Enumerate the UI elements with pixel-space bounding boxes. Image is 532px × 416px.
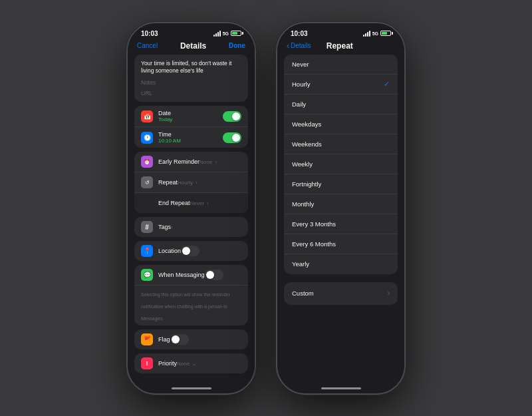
location-row[interactable]: 📍 Location	[134, 241, 248, 261]
messaging-section: 💬 When Messaging Selecting this option w…	[134, 265, 248, 325]
flag-row[interactable]: 🚩 Flag	[134, 329, 248, 349]
repeat-scroll-area: Never Hourly ✓ Daily Weekdays Weekends W…	[277, 55, 404, 305]
priority-icon: !	[141, 357, 153, 369]
tags-section: # Tags ›	[134, 217, 248, 237]
time-sublabel: 10:10 AM	[158, 138, 223, 144]
repeat-option-daily[interactable]: Daily	[284, 95, 398, 114]
repeat-label: Repeat	[158, 179, 178, 186]
date-toggle[interactable]	[223, 111, 241, 122]
battery-icon	[231, 31, 241, 36]
time-toggle[interactable]	[223, 132, 241, 143]
tags-icon: #	[141, 221, 153, 233]
flag-toggle[interactable]	[170, 334, 189, 345]
battery-icon-right	[380, 31, 391, 36]
early-reminder-row[interactable]: ⏰ Early Reminder None ›	[134, 152, 248, 172]
repeat-option-weekly[interactable]: Weekly	[284, 154, 398, 174]
date-sublabel: Today	[158, 116, 223, 122]
network-label-right: 5G	[372, 31, 378, 36]
left-phone: 10:03 5G Cancel Details Done	[126, 22, 256, 395]
repeat-option-weekends[interactable]: Weekends	[284, 134, 398, 154]
flag-icon: 🚩	[141, 333, 153, 345]
hourly-check-icon: ✓	[384, 80, 390, 89]
repeat-option-every6months[interactable]: Every 6 Months	[284, 234, 398, 254]
custom-label: Custom	[292, 290, 388, 297]
date-label: Date	[158, 110, 223, 116]
early-reminder-chevron: ›	[215, 159, 217, 165]
note-section: Your time is limited, so don't waste it …	[134, 55, 248, 103]
repeat-option-never[interactable]: Never	[284, 55, 398, 75]
date-time-section: 📅 Date Today 🕐 Time 10:10 AM	[134, 106, 248, 148]
back-chevron-icon: ‹	[287, 41, 289, 51]
status-time-left: 10:03	[141, 30, 158, 37]
location-label: Location	[158, 248, 181, 254]
repeat-row[interactable]: ↺ Repeat Hourly ›	[134, 172, 248, 193]
messaging-row[interactable]: 💬 When Messaging	[134, 265, 248, 286]
repeat-option-yearly[interactable]: Yearly	[284, 254, 398, 274]
repeat-chevron: ›	[196, 180, 198, 186]
signal-icon	[213, 31, 221, 37]
nav-bar-left: Cancel Details Done	[128, 40, 255, 55]
messaging-sublabel: Selecting this option will show the remi…	[134, 286, 248, 325]
tags-row[interactable]: # Tags ›	[134, 217, 248, 237]
done-button[interactable]: Done	[229, 42, 245, 49]
custom-chevron-icon: ›	[388, 290, 390, 297]
end-repeat-value: Never ›	[190, 200, 209, 206]
repeat-icon: ↺	[141, 176, 153, 188]
notes-placeholder[interactable]: Notes	[141, 79, 241, 86]
network-label: 5G	[223, 31, 229, 36]
custom-row[interactable]: Custom ›	[284, 282, 398, 305]
location-toggle[interactable]	[181, 246, 200, 256]
status-time-right: 10:03	[291, 30, 308, 37]
messaging-label: When Messaging	[158, 272, 205, 278]
messaging-toggle[interactable]	[205, 270, 223, 280]
nav-title-left: Details	[180, 41, 206, 51]
status-icons-right: 5G	[363, 31, 391, 37]
early-reminder-icon: ⏰	[141, 156, 153, 168]
date-row[interactable]: 📅 Date Today	[134, 106, 248, 127]
cancel-button[interactable]: Cancel	[137, 42, 158, 49]
priority-label: Priority	[158, 360, 177, 367]
repeat-option-monthly[interactable]: Monthly	[284, 194, 398, 214]
repeat-option-hourly[interactable]: Hourly ✓	[284, 75, 398, 95]
flag-label: Flag	[158, 336, 170, 343]
nav-title-right: Repeat	[327, 41, 353, 51]
flag-section: 🚩 Flag	[134, 329, 248, 349]
url-placeholder[interactable]: URL	[141, 90, 241, 97]
repeat-options-list: Never Hourly ✓ Daily Weekdays Weekends W…	[284, 55, 398, 274]
status-icons-left: 5G	[213, 31, 241, 37]
right-phone: 10:03 5G ‹ Details Repeat	[276, 22, 406, 395]
early-reminder-label: Early Reminder	[158, 158, 200, 165]
end-repeat-row[interactable]: End Repeat Never ›	[134, 193, 248, 213]
date-row-content: Date Today	[158, 110, 223, 122]
priority-chevron: ⌄	[192, 361, 197, 367]
repeat-value: Hourly ›	[178, 180, 198, 186]
messaging-icon: 💬	[141, 269, 153, 281]
date-icon: 📅	[141, 110, 153, 122]
repeat-option-weekdays[interactable]: Weekdays	[284, 114, 398, 134]
priority-row[interactable]: ! Priority None ⌄	[134, 353, 248, 373]
location-section: 📍 Location	[134, 241, 248, 261]
back-button[interactable]: ‹ Details	[287, 41, 311, 51]
home-indicator-left	[172, 387, 211, 389]
tags-chevron: ›	[171, 224, 173, 230]
priority-value: None ⌄	[177, 361, 197, 367]
tags-label: Tags	[158, 224, 171, 230]
status-bar-left: 10:03 5G	[128, 23, 255, 40]
time-label: Time	[158, 131, 223, 138]
end-repeat-label: End Repeat	[141, 200, 190, 206]
signal-icon-right	[363, 31, 370, 37]
time-row-content: Time 10:10 AM	[158, 131, 223, 144]
time-row[interactable]: 🕐 Time 10:10 AM	[134, 127, 248, 148]
end-repeat-chevron: ›	[207, 200, 209, 206]
repeat-option-fortnightly[interactable]: Fortnightly	[284, 174, 398, 194]
repeat-option-every3months[interactable]: Every 3 Months	[284, 214, 398, 234]
nav-bar-right: ‹ Details Repeat	[277, 40, 404, 55]
priority-section: ! Priority None ⌄	[134, 353, 248, 373]
note-text[interactable]: Your time is limited, so don't waste it …	[141, 60, 241, 76]
location-icon: 📍	[141, 245, 153, 257]
scroll-area-left: Your time is limited, so don't waste it …	[128, 55, 255, 374]
status-bar-right: 10:03 5G	[277, 23, 404, 40]
back-label[interactable]: Details	[291, 42, 311, 49]
time-icon: 🕐	[141, 132, 153, 144]
early-reminder-value: None ›	[200, 159, 217, 165]
